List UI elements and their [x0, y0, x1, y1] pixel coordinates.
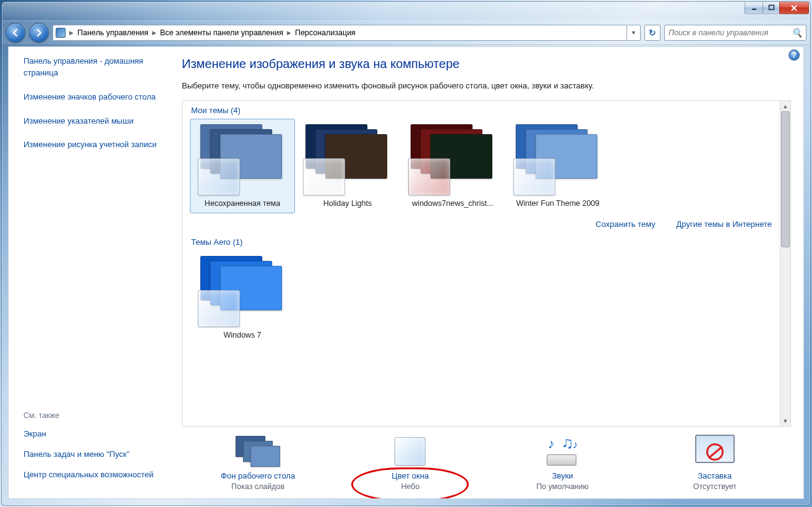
chevron-right-icon: ▶: [284, 30, 294, 36]
refresh-button[interactable]: ↻: [644, 25, 660, 41]
forward-button[interactable]: [29, 23, 49, 43]
screensaver-value: Отсутствует: [639, 482, 791, 491]
theme-name: windows7news_christ...: [404, 199, 501, 208]
help-button[interactable]: ?: [788, 49, 800, 61]
themes-scrollbar[interactable]: ▲ ▼: [780, 101, 790, 426]
sounds-item[interactable]: ♪♫♪ Звуки По умолчанию: [487, 434, 639, 491]
address-bar[interactable]: ▶ Панель управления ▶ Все элементы панел…: [53, 25, 627, 41]
desktop-background-icon: [236, 436, 280, 467]
bottom-settings-row: Фон рабочего стола Показ слайдов Цвет ок…: [182, 427, 791, 493]
window-color-label: Цвет окна: [334, 471, 486, 480]
window-color-icon: [395, 437, 425, 466]
sidebar-link-mouse-pointers[interactable]: Изменение указателей мыши: [24, 116, 163, 127]
client-area: Панель управления - домашняя страница Из…: [8, 46, 804, 499]
nav-toolbar: ▶ Панель управления ▶ Все элементы панел…: [2, 20, 810, 45]
theme-name: Winter Fun Theme 2009: [510, 199, 606, 208]
window-color-item[interactable]: Цвет окна Небо: [334, 434, 486, 491]
screensaver-icon: [693, 435, 737, 468]
address-dropdown[interactable]: ▼: [627, 25, 641, 41]
theme-thumbnail: [515, 124, 601, 195]
window-color-value: Небо: [334, 482, 486, 491]
save-theme-link[interactable]: Сохранить тему: [596, 219, 656, 229]
desktop-background-value: Показ слайдов: [182, 482, 334, 491]
sounds-label: Звуки: [487, 471, 639, 480]
see-also-taskbar[interactable]: Панель задач и меню "Пуск": [24, 449, 163, 461]
main-panel: ? Изменение изображения и звука на компь…: [169, 47, 803, 498]
theme-tile[interactable]: windows7news_christ...: [400, 119, 505, 213]
desktop-background-item[interactable]: Фон рабочего стола Показ слайдов: [182, 434, 334, 491]
sounds-icon: ♪♫♪: [543, 436, 583, 467]
themes-list: Мои темы (4) Несохраненная темаHoliday L…: [182, 100, 791, 427]
back-button[interactable]: [6, 23, 25, 43]
theme-tile[interactable]: Winter Fun Theme 2009: [505, 119, 610, 213]
see-also-display[interactable]: Экран: [24, 428, 163, 440]
sidebar: Панель управления - домашняя страница Из…: [9, 47, 169, 498]
desktop-background-label: Фон рабочего стола: [182, 471, 334, 480]
theme-tile[interactable]: Несохраненная тема: [190, 119, 295, 213]
theme-tile[interactable]: Holiday Lights: [295, 119, 400, 213]
scroll-down-icon[interactable]: ▼: [780, 415, 790, 426]
page-description: Выберите тему, чтобы одновременно измени…: [182, 81, 791, 90]
theme-tile[interactable]: Windows 7: [190, 250, 295, 345]
more-themes-link[interactable]: Другие темы в Интернете: [677, 219, 772, 229]
window-frame: ▶ Панель управления ▶ Все элементы панел…: [1, 1, 811, 506]
sidebar-home-link[interactable]: Панель управления - домашняя страница: [24, 56, 163, 79]
breadcrumb-seg-2[interactable]: Все элементы панели управления: [160, 28, 283, 37]
screensaver-item[interactable]: Заставка Отсутствует: [639, 434, 791, 491]
minimize-button[interactable]: [745, 2, 763, 14]
theme-name: Holiday Lights: [299, 199, 396, 208]
scroll-thumb[interactable]: [781, 111, 790, 247]
theme-actions: Сохранить тему Другие темы в Интернете: [190, 213, 783, 232]
search-icon: 🔍: [792, 28, 802, 38]
sidebar-link-desktop-icons[interactable]: Изменение значков рабочего стола: [24, 92, 163, 103]
breadcrumb-seg-1[interactable]: Панель управления: [77, 28, 148, 37]
theme-name: Windows 7: [194, 331, 291, 339]
theme-thumbnail: [199, 256, 286, 327]
theme-thumbnail: [304, 124, 391, 195]
svg-rect-1: [769, 6, 774, 10]
search-box[interactable]: 🔍: [664, 25, 806, 41]
titlebar: [2, 2, 810, 20]
page-title: Изменение изображения и звука на компьют…: [182, 57, 791, 71]
chevron-right-icon: ▶: [150, 30, 159, 36]
sidebar-link-account-picture[interactable]: Изменение рисунка учетной записи: [24, 139, 163, 151]
breadcrumb-seg-3[interactable]: Персонализация: [295, 28, 356, 37]
control-panel-icon: [56, 28, 66, 38]
theme-thumbnail: [199, 124, 286, 195]
theme-thumbnail: [409, 124, 496, 195]
search-input[interactable]: [669, 28, 792, 37]
screensaver-label: Заставка: [639, 471, 791, 480]
scroll-up-icon[interactable]: ▲: [780, 101, 790, 111]
sounds-value: По умолчанию: [487, 482, 639, 491]
see-also-heading: См. также: [24, 411, 163, 420]
group-my-themes: Мои темы (4): [191, 106, 783, 115]
group-aero-themes: Темы Aero (1): [191, 237, 783, 247]
theme-name: Несохраненная тема: [194, 199, 291, 208]
close-button[interactable]: [779, 2, 809, 14]
maximize-button[interactable]: [763, 2, 780, 14]
see-also-ease-of-access[interactable]: Центр специальных возможностей: [24, 469, 163, 481]
chevron-right-icon: ▶: [67, 30, 76, 36]
